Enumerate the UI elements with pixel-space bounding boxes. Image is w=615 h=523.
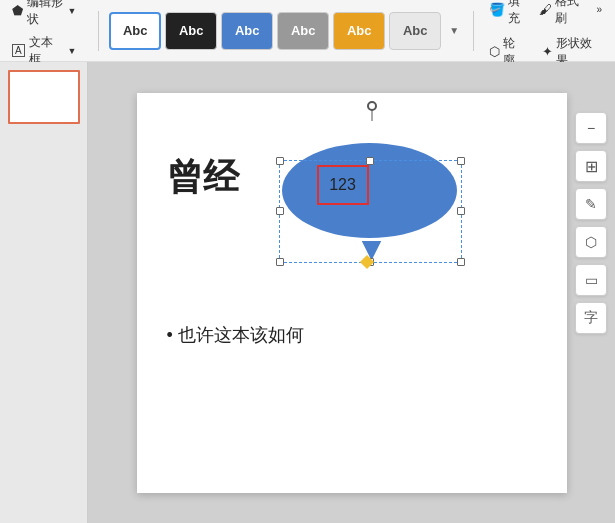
main-toolbar: ⬟ 编辑形状 ▼ A 文本框 ▼ Abc Abc Abc Abc Abc Abc <box>0 0 615 62</box>
format-brush-button[interactable]: 🖌 格式刷 <box>534 0 585 29</box>
minus-icon: − <box>587 120 595 136</box>
handle-mr[interactable] <box>457 207 465 215</box>
slide-thumbnail[interactable] <box>8 70 80 124</box>
shape-icon: ⬟ <box>12 3 23 18</box>
float-text-button[interactable]: 字 <box>575 302 607 334</box>
handle-bl[interactable] <box>276 258 284 266</box>
main-area: 幻灯片 曾经 • 也许这本该如何 <box>0 62 615 523</box>
diamond-icon: ⬡ <box>585 234 597 250</box>
edit-shape-label: 编辑形状 <box>27 0 63 28</box>
float-toolbar: − ⊞ ✎ ⬡ ▭ 字 <box>575 112 607 340</box>
handle-tr[interactable] <box>457 157 465 165</box>
handle-tl[interactable] <box>276 157 284 165</box>
outline-icon: ⬡ <box>489 44 500 59</box>
brush-icon: 🖌 <box>539 2 552 17</box>
slide-panel: 幻灯片 <box>0 62 88 523</box>
float-layers-button[interactable]: ⊞ <box>575 150 607 182</box>
bubble-ellipse <box>282 143 457 238</box>
float-minus-button[interactable]: − <box>575 112 607 144</box>
inner-text-box[interactable]: 123 <box>317 165 369 205</box>
dropdown-arrow2-icon: ▼ <box>67 46 76 56</box>
toolbar-right-group: 🪣 填充 🖌 格式刷 » ⬡ 轮廓 ✦ 形状效果 <box>484 0 607 71</box>
more-options-button[interactable]: » <box>591 0 607 29</box>
pencil-icon: ✎ <box>585 196 597 212</box>
bullet-text: • 也许这本该如何 <box>167 323 304 347</box>
rotate-handle[interactable] <box>367 101 377 111</box>
bubble-shape[interactable]: 123 <box>282 143 462 253</box>
swatch-blue[interactable]: Abc <box>221 12 273 50</box>
fill-button[interactable]: 🪣 填充 <box>484 0 528 29</box>
float-shape-button[interactable]: ⬡ <box>575 226 607 258</box>
handle-br[interactable] <box>457 258 465 266</box>
edit-shape-button[interactable]: ⬟ 编辑形状 ▼ <box>8 0 80 30</box>
effect-icon: ✦ <box>542 44 553 59</box>
swatch-orange[interactable]: Abc <box>333 12 385 50</box>
swatch-white[interactable]: Abc <box>109 12 161 50</box>
textbox-icon: A <box>12 44 25 57</box>
swatch-gray[interactable]: Abc <box>277 12 329 50</box>
float-edit-button[interactable]: ✎ <box>575 188 607 220</box>
swatch-light[interactable]: Abc <box>389 12 441 50</box>
text-icon: 字 <box>584 309 598 327</box>
fill-icon: 🪣 <box>489 2 505 17</box>
bubble-container[interactable]: 123 <box>282 123 462 263</box>
shape-text: 123 <box>329 176 356 194</box>
toolbar-divider1 <box>98 11 99 51</box>
swatch-more-button[interactable]: ▼ <box>445 12 463 50</box>
canvas-area: 曾经 • 也许这本该如何 <box>88 62 615 523</box>
dropdown-arrow-icon: ▼ <box>67 6 76 16</box>
copy-icon: ▭ <box>585 272 598 288</box>
toolbar-divider2 <box>473 11 474 51</box>
format-brush-label: 格式刷 <box>555 0 580 27</box>
style-swatches-group: Abc Abc Abc Abc Abc Abc ▼ <box>109 12 463 50</box>
toolbar-right-row1: 🪣 填充 🖌 格式刷 » <box>484 0 607 29</box>
slide-canvas[interactable]: 曾经 • 也许这本该如何 <box>137 93 567 493</box>
handle-ml[interactable] <box>276 207 284 215</box>
more-icon: » <box>596 4 602 15</box>
main-text: 曾经 <box>167 153 239 202</box>
layers-icon: ⊞ <box>585 157 598 176</box>
fill-label: 填充 <box>508 0 523 27</box>
toolbar-left-group: ⬟ 编辑形状 ▼ A 文本框 ▼ <box>8 0 80 70</box>
float-copy-button[interactable]: ▭ <box>575 264 607 296</box>
swatch-black[interactable]: Abc <box>165 12 217 50</box>
